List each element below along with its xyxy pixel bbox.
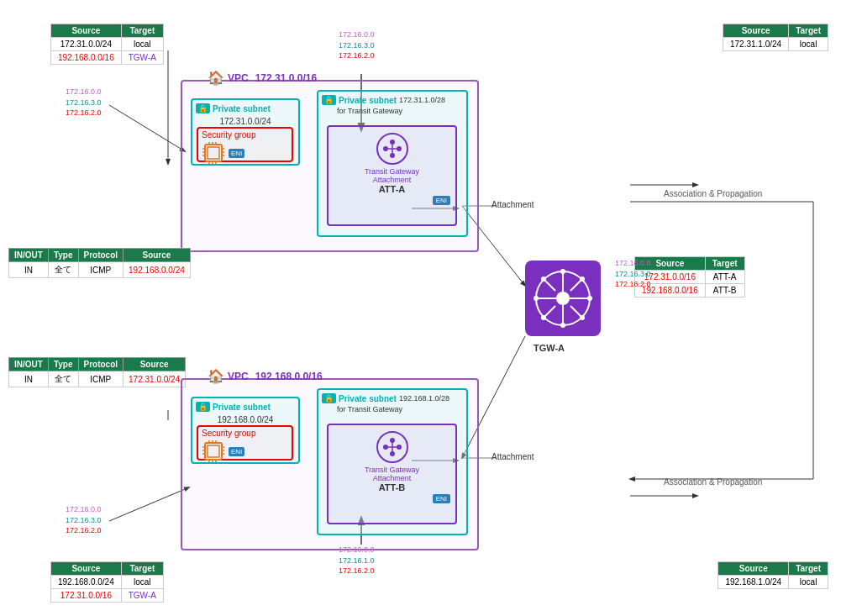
vpc1-security-group-label: Security group <box>198 129 292 141</box>
ip-list-tgw: 172.16.0.0 172.16.3.0 172.16.2.0 <box>615 258 651 290</box>
svg-line-0 <box>109 105 185 151</box>
route-table-bottom-left: Source Target 192.168.0.0/24 local 172.3… <box>50 561 164 603</box>
tga-a-name: ATT-A <box>329 184 455 194</box>
vpc1-icon: 🏠 <box>208 70 224 86</box>
svg-point-51 <box>587 296 592 301</box>
svg-point-48 <box>560 269 565 274</box>
vpc1-label: VPC <box>228 72 249 84</box>
vpc1-private-subnet-label: Private subnet <box>213 104 271 113</box>
vpc2-tgw-subnet-for: for Transit Gateway <box>337 405 463 413</box>
vpc2-tgw-subnet-cidr: 192.168.1.0/28 <box>399 394 449 403</box>
tgw-box <box>525 261 601 336</box>
vpc1-security-group: Security group <box>197 127 293 162</box>
vpc1-tgw-subnet-cidr: 172.31.1.0/28 <box>399 96 445 104</box>
vpc2-label: VPC <box>228 371 249 382</box>
vpc2-box: 🏠 VPC 192.168.0.0/16 🔒 Private subnet 19… <box>181 378 479 550</box>
assoc-label-bottom: Association & Propagation <box>664 477 762 487</box>
ip-list-bottom: 172.16.0.0 172.16.1.0 172.16.2.0 <box>339 545 375 577</box>
lock-icon-1: 🔒 <box>196 103 210 113</box>
acl-table-1: IN/OUT Type Protocol Source IN 全て ICMP 1… <box>8 248 191 278</box>
tga-b-label: Transit Gateway <box>329 466 455 474</box>
lock-icon-4: 🔒 <box>322 393 336 403</box>
ip-list-top: 172.16.0.0 172.16.3.0 172.16.2.0 <box>339 29 375 61</box>
vpc2-private-subnet-label: Private subnet <box>213 403 271 412</box>
tga-a-label2: Attachment <box>329 176 455 184</box>
svg-rect-57 <box>208 445 219 457</box>
svg-point-54 <box>541 315 546 320</box>
vpc2-security-group-label: Security group <box>198 427 292 440</box>
vpc2-icon: 🏠 <box>208 368 224 384</box>
eni-badge-3: ENI <box>229 447 244 456</box>
vpc2-tgw-subnet: 🔒 Private subnet 192.168.1.0/28 for Tran… <box>317 388 468 535</box>
svg-line-9 <box>109 487 189 521</box>
eni-badge-4: ENI <box>433 494 450 503</box>
tga-b-label2: Attachment <box>329 474 455 482</box>
acl-table-2: IN/OUT Type Protocol Source IN 全て ICMP 1… <box>8 357 186 387</box>
route-table-bottom-right: Source Target 192.168.1.0/24 local <box>717 561 828 589</box>
tga-b-name: ATT-B <box>329 482 455 492</box>
svg-point-50 <box>533 296 539 301</box>
tga-a-icon <box>376 132 409 166</box>
lock-icon-3: 🔒 <box>196 402 210 412</box>
tga-b-icon <box>376 430 409 464</box>
chip-icon-2 <box>202 440 225 463</box>
tga-a-label: Transit Gateway <box>329 167 455 176</box>
ip-list-top-left: 172.16.0.0 172.16.3.0 172.16.2.0 <box>66 87 102 118</box>
svg-point-39 <box>556 292 570 305</box>
svg-point-49 <box>560 323 565 328</box>
svg-point-52 <box>541 276 546 282</box>
tgw-name: TGW-A <box>533 343 565 353</box>
vpc2-private-subnet: 🔒 Private subnet 192.168.0.0/24 Security… <box>191 397 300 464</box>
svg-point-53 <box>580 276 585 282</box>
lock-icon-2: 🔒 <box>322 95 336 105</box>
svg-point-55 <box>580 315 585 320</box>
attachment-label-top: Attachment <box>491 200 534 209</box>
vpc2-security-group: Security group <box>197 425 293 461</box>
vpc1-tgw-subnet-label: Private subnet <box>339 96 397 105</box>
vpc1-tgw-subnet-for: for Transit Gateway <box>337 107 463 115</box>
tga-b-box: Transit Gateway Attachment ATT-B ENI <box>327 424 457 524</box>
route-table-top-right: Source Target 172.31.1.0/24 local <box>723 24 828 51</box>
svg-rect-18 <box>208 147 219 159</box>
ip-list-bottom-left: 172.16.0.0 172.16.3.0 172.16.2.0 <box>66 504 102 536</box>
tgw-icon <box>533 269 592 328</box>
vpc1-private-subnet-cidr: 172.31.0.0/24 <box>196 117 295 126</box>
vpc1-cidr: 172.31.0.0/16 <box>255 72 317 84</box>
assoc-label-top: Association & Propagation <box>664 189 762 198</box>
vpc2-tgw-subnet-label: Private subnet <box>339 394 397 403</box>
vpc2-cidr: 192.168.0.0/16 <box>255 371 323 382</box>
eni-badge-1: ENI <box>229 149 244 158</box>
attachment-label-bottom: Attachment <box>491 452 534 461</box>
vpc1-tgw-subnet: 🔒 Private subnet 172.31.1.0/28 for Trans… <box>317 90 468 237</box>
vpc2-private-subnet-cidr: 192.168.0.0/24 <box>196 415 295 424</box>
vpc1-private-subnet: 🔒 Private subnet 172.31.0.0/24 Security … <box>191 98 300 166</box>
vpc1-box: 🏠 VPC 172.31.0.0/16 🔒 Private subnet 172… <box>181 80 479 252</box>
network-diagram: Source Target 172.31.0.0/24 local 192.16… <box>0 0 862 616</box>
eni-badge-2: ENI <box>433 196 450 205</box>
route-table-tgw: Source Target 172.31.0.0/16 ATT-A 192.16… <box>634 256 745 297</box>
tga-a-box: Transit Gateway Attachment ATT-A ENI <box>327 125 457 226</box>
chip-icon-1 <box>202 141 225 165</box>
route-table-top-left: Source Target 172.31.0.0/24 local 192.16… <box>50 24 164 65</box>
